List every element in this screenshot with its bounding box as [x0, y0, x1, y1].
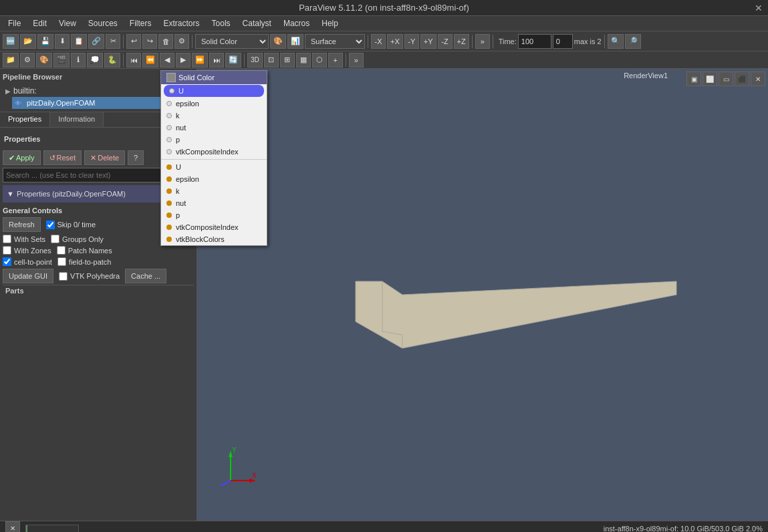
time-value2[interactable] — [553, 34, 573, 49]
layout-max-btn[interactable]: ⬛ — [735, 72, 749, 86]
pipeline-browser-btn[interactable]: 📁 — [3, 53, 19, 68]
dd-item-k-pt[interactable]: k — [161, 110, 197, 122]
vtk-poly-label[interactable]: VTK Polyhedra — [59, 272, 120, 281]
dd-item-nut-pt[interactable]: nut — [161, 122, 197, 134]
dd-item-epsilon-cell[interactable]: epsilon — [161, 173, 197, 185]
sel-poly-btn[interactable]: ⬡ — [312, 53, 327, 68]
filter-info-btn[interactable]: ℹ — [71, 53, 86, 68]
dd-item-p-pt[interactable]: p — [161, 134, 197, 146]
with-zones-label[interactable]: With Zones — [3, 246, 51, 255]
new-btn[interactable]: 🆕 — [3, 34, 19, 49]
with-sets-label[interactable]: With Sets — [3, 235, 45, 243]
more-tb[interactable]: » — [475, 34, 490, 49]
more-tb2[interactable]: » — [349, 53, 364, 68]
animation-view-btn[interactable]: 🎬 — [53, 53, 70, 68]
patch-names-label[interactable]: Patch Names — [57, 246, 112, 255]
cell-to-point-checkbox[interactable] — [3, 257, 11, 266]
menu-edit[interactable]: Edit — [27, 17, 52, 29]
field-to-patch-checkbox[interactable] — [57, 257, 66, 266]
layout-hsplit-btn[interactable]: ⬜ — [702, 72, 717, 86]
dd-item-U-pt[interactable]: U — [164, 85, 197, 97]
fwd-btn[interactable]: ⏩ — [192, 53, 208, 68]
patch-names-checkbox[interactable] — [57, 246, 66, 255]
layout-close-btn[interactable]: ✕ — [751, 72, 765, 86]
dd-item-vtkbc-cell[interactable]: vtkBlockColors — [161, 233, 197, 245]
view-2d-btn[interactable]: 3D — [247, 53, 263, 68]
zoom-out-btn[interactable]: 🔎 — [625, 34, 641, 49]
dd-item-vtkci-cell[interactable]: vtkCompositeIndex — [161, 221, 197, 233]
python-btn[interactable]: 🐍 — [104, 53, 120, 68]
close-button[interactable]: ✕ — [755, 3, 763, 13]
time-input[interactable] — [518, 34, 551, 49]
with-sets-checkbox[interactable] — [3, 235, 11, 243]
load-state-btn[interactable]: 📋 — [71, 34, 87, 49]
tab-information[interactable]: Information — [50, 112, 104, 127]
menu-file[interactable]: File — [3, 17, 26, 29]
save-btn[interactable]: 💾 — [37, 34, 53, 49]
help-button[interactable]: ? — [128, 150, 144, 165]
groups-only-label[interactable]: Groups Only — [51, 235, 104, 243]
menu-catalyst[interactable]: Catalyst — [237, 17, 277, 29]
last-frame-btn[interactable]: ⏭ — [209, 53, 224, 68]
dd-item-nut-cell[interactable]: nut — [161, 197, 197, 209]
layout-single-btn[interactable]: ▣ — [686, 72, 701, 86]
properties-panel-btn[interactable]: ⚙ — [20, 53, 35, 68]
update-gui-button[interactable]: Update GUI — [3, 269, 53, 283]
skip-label[interactable]: Skip 0/ time — [46, 221, 96, 229]
back-btn[interactable]: ◀ — [160, 53, 174, 68]
color-map-editor-btn[interactable]: 🎨 — [36, 53, 52, 68]
dd-item-p-cell[interactable]: p — [161, 209, 197, 221]
error-btn[interactable]: ✕ — [5, 521, 20, 533]
color-by-select[interactable]: Solid Color U epsilon k p — [195, 34, 269, 49]
render-area[interactable]: RenderView1 ▣ ⬜ ▭ ⬛ ✕ Y X — [197, 69, 768, 521]
connect-btn[interactable]: 🔗 — [88, 34, 104, 49]
with-zones-checkbox[interactable] — [3, 246, 11, 255]
delete-button[interactable]: ✕ Delete — [84, 150, 125, 165]
dd-item-U-cell[interactable]: U — [161, 161, 197, 173]
surface-mode-select[interactable]: Surface — [305, 34, 365, 49]
tab-properties[interactable]: Properties — [0, 112, 50, 127]
vtk-poly-checkbox[interactable] — [59, 272, 68, 281]
orient-y-pos[interactable]: +Y — [420, 34, 436, 49]
play-btn[interactable]: ▶ — [176, 53, 190, 68]
cell-to-point-label[interactable]: cell-to-point — [3, 257, 52, 266]
color-legend-btn[interactable]: 📊 — [287, 34, 303, 49]
reset-button[interactable]: ↺ Reset — [43, 150, 82, 165]
first-frame-btn[interactable]: ⏮ — [126, 53, 141, 68]
layout-vsplit-btn[interactable]: ▭ — [719, 72, 733, 86]
edit-color-map-btn[interactable]: 🎨 — [270, 34, 286, 49]
refresh-button[interactable]: Refresh — [3, 217, 41, 232]
menu-view[interactable]: View — [53, 17, 82, 29]
orient-y-neg[interactable]: -Y — [404, 34, 419, 49]
undo-btn[interactable]: ↩ — [126, 34, 141, 49]
dd-item-k-cell[interactable]: k — [161, 185, 197, 197]
menu-sources[interactable]: Sources — [83, 17, 123, 29]
redo-btn[interactable]: ↪ — [142, 34, 157, 49]
properties-btn[interactable]: ⚙ — [174, 34, 189, 49]
zoom-fit-btn[interactable]: ⊡ — [264, 53, 279, 68]
cache-button[interactable]: Cache ... — [125, 269, 166, 283]
dd-item-vtkci-pt[interactable]: vtkCompositeIndex — [161, 146, 197, 158]
loop-btn[interactable]: 🔄 — [225, 53, 241, 68]
menu-filters[interactable]: Filters — [124, 17, 157, 29]
groups-only-checkbox[interactable] — [51, 235, 59, 243]
menu-macros[interactable]: Macros — [278, 17, 315, 29]
zoom-btn[interactable]: 🔍 — [608, 34, 624, 49]
dd-item-epsilon-pt[interactable]: epsilon — [161, 98, 197, 110]
search-input[interactable] — [3, 168, 178, 182]
field-to-patch-label[interactable]: field-to-patch — [57, 257, 112, 266]
orient-z-neg[interactable]: -Z — [438, 34, 453, 49]
menu-tools[interactable]: Tools — [207, 17, 236, 29]
orient-x-pos[interactable]: +X — [387, 34, 403, 49]
orient-z-pos[interactable]: +Z — [454, 34, 469, 49]
menu-help[interactable]: Help — [316, 17, 344, 29]
open-btn[interactable]: 📂 — [20, 34, 36, 49]
select-cells-btn[interactable]: ▦ — [296, 53, 311, 68]
skip-checkbox[interactable] — [46, 221, 55, 229]
menu-extractors[interactable]: Extractors — [158, 17, 205, 29]
memory-btn[interactable]: 💭 — [87, 53, 103, 68]
prev-frame-btn[interactable]: ⏪ — [142, 53, 158, 68]
add-view-btn[interactable]: + — [328, 53, 343, 68]
delete-src-btn[interactable]: 🗑 — [158, 34, 173, 49]
apply-button[interactable]: ✔ Apply — [3, 150, 41, 165]
